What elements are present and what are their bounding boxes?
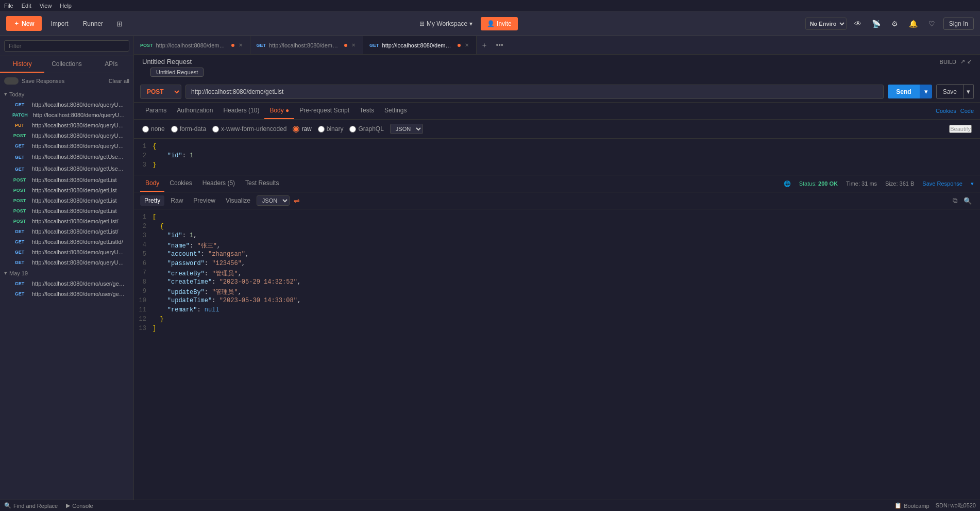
build-expand-icon[interactable]: ↗ bbox=[960, 58, 965, 65]
history-url: http://localhost:8080/demo/getList/ bbox=[32, 218, 119, 224]
list-item[interactable]: GET http://localhost:8080/demo/queryUser… bbox=[0, 100, 133, 110]
option-graphql[interactable]: GraphQL bbox=[349, 125, 383, 133]
sidebar-tab-history[interactable]: History bbox=[0, 56, 44, 73]
tab-body[interactable]: Body ● bbox=[264, 103, 294, 119]
tab-params[interactable]: Params bbox=[140, 103, 172, 119]
list-item[interactable]: POST http://localhost:8080/demo/getList bbox=[0, 185, 133, 195]
menu-file[interactable]: File bbox=[4, 3, 13, 9]
sidebar-tab-apis[interactable]: APIs bbox=[89, 56, 133, 73]
search-input[interactable] bbox=[4, 40, 129, 52]
list-item[interactable]: GET http://localhost:8080/demo/queryUser… bbox=[0, 141, 133, 151]
code-link[interactable]: Code bbox=[960, 108, 974, 114]
tab-pre-request-script[interactable]: Pre-request Script bbox=[294, 103, 354, 119]
list-item[interactable]: POST http://localhost:8080/demo/getList/ bbox=[0, 216, 133, 226]
import-button[interactable]: Import bbox=[46, 17, 74, 30]
method-badge: GET bbox=[10, 281, 29, 287]
close-icon[interactable]: ✕ bbox=[238, 42, 244, 48]
no-environment-select[interactable]: No Environment bbox=[805, 18, 847, 30]
format-raw-button[interactable]: Raw bbox=[166, 195, 187, 206]
list-item[interactable]: GET http://localhost:8080/demo/user/getU… bbox=[0, 278, 133, 289]
chevron-down-icon[interactable]: ▾ bbox=[971, 180, 974, 187]
workspace-button[interactable]: ⊞ My Workspace ▾ bbox=[414, 17, 478, 30]
tab-get-demo-get[interactable]: GET http://localhost:8080/demo/get... ✕ bbox=[250, 36, 364, 54]
list-item[interactable]: GET http://localhost:8080/demo/user/getU… bbox=[0, 289, 133, 299]
toggle-switch[interactable] bbox=[4, 77, 19, 85]
tab-bar: POST http://localhost:8080/demo/g... ✕ G… bbox=[134, 36, 980, 55]
resp-tab-test-results[interactable]: Test Results bbox=[240, 175, 284, 192]
sidebar-tab-collections[interactable]: Collections bbox=[44, 56, 89, 73]
send-dropdown-button[interactable]: ▾ bbox=[920, 85, 932, 98]
method-badge: GET bbox=[10, 102, 29, 108]
url-input[interactable]: http://localhost:8080/demo/getList bbox=[185, 85, 884, 99]
console-button[interactable]: ▶ Console bbox=[66, 502, 93, 509]
add-tab-button[interactable]: ＋ bbox=[477, 36, 492, 54]
tab-settings[interactable]: Settings bbox=[379, 103, 412, 119]
clear-all-button[interactable]: Clear all bbox=[109, 78, 129, 84]
signin-button[interactable]: Sign In bbox=[943, 18, 974, 30]
list-item[interactable]: POST http://localhost:8080/demo/getList bbox=[0, 206, 133, 216]
tab-headers[interactable]: Headers (10) bbox=[218, 103, 264, 119]
layout-icon[interactable]: ⊞ bbox=[112, 17, 127, 31]
new-button[interactable]: ＋ New bbox=[6, 16, 42, 31]
search-icon[interactable]: 🔍 bbox=[961, 195, 974, 206]
format-pretty-button[interactable]: Pretty bbox=[140, 195, 164, 206]
list-item[interactable]: POST http://localhost:8080/demo/queryUse… bbox=[0, 130, 133, 141]
response-json-dropdown[interactable]: JSON bbox=[257, 195, 290, 206]
list-item[interactable]: GET http://localhost:8080/demo/getListId… bbox=[0, 237, 133, 247]
bell-icon[interactable]: 🔔 bbox=[906, 17, 921, 31]
copy-icon[interactable]: ⧉ bbox=[951, 195, 959, 206]
find-replace-button[interactable]: 🔍 Find and Replace bbox=[4, 502, 58, 509]
format-preview-button[interactable]: Preview bbox=[189, 195, 219, 206]
heart-icon[interactable]: ♡ bbox=[925, 17, 939, 31]
list-item[interactable]: GET http://localhost:8080/demo/queryUser… bbox=[0, 257, 133, 268]
list-item[interactable]: GET http://localhost:8080/demo/getList/ bbox=[0, 226, 133, 237]
resp-tab-cookies[interactable]: Cookies bbox=[164, 175, 197, 192]
menu-edit[interactable]: Edit bbox=[22, 3, 31, 9]
request-name-tag[interactable]: Untitled Request bbox=[150, 68, 204, 77]
list-item[interactable]: GET http://localhost:8080/demo/getUserBy… bbox=[0, 163, 133, 175]
request-body-editor[interactable]: 1 { 2 "id": 1 3 } bbox=[134, 139, 980, 175]
list-item[interactable]: POST http://localhost:8080/demo/getList bbox=[0, 175, 133, 185]
method-select[interactable]: POST GET PUT PATCH DELETE bbox=[140, 85, 181, 99]
close-icon[interactable]: ✕ bbox=[350, 42, 357, 48]
resp-tab-body[interactable]: Body bbox=[140, 175, 164, 192]
history-group-may19[interactable]: ▾ May 19 bbox=[0, 268, 133, 278]
option-raw[interactable]: raw bbox=[293, 125, 311, 133]
option-none[interactable]: none bbox=[142, 125, 165, 133]
cookies-link[interactable]: Cookies bbox=[936, 108, 956, 114]
method-badge: PATCH bbox=[10, 112, 30, 118]
option-form-data[interactable]: form-data bbox=[171, 125, 206, 133]
tab-get-demo-qu[interactable]: GET http://localhost:8080/demo/qu... ✕ bbox=[363, 36, 477, 54]
format-visualize-button[interactable]: Visualize bbox=[222, 195, 255, 206]
send-button[interactable]: Send bbox=[888, 85, 919, 98]
beautify-button[interactable]: Beautify bbox=[949, 125, 972, 133]
list-item[interactable]: PATCH http://localhost:8080/demo/queryUs… bbox=[0, 110, 133, 120]
tab-post-demo-g[interactable]: POST http://localhost:8080/demo/g... ✕ bbox=[134, 36, 250, 54]
list-item[interactable]: POST http://localhost:8080/demo/getList bbox=[0, 195, 133, 206]
option-binary[interactable]: binary bbox=[318, 125, 344, 133]
bootcamp-button[interactable]: 📋 Bootcamp bbox=[894, 502, 930, 509]
more-tabs-button[interactable]: ••• bbox=[492, 36, 508, 54]
build-collapse-icon[interactable]: ↙ bbox=[967, 58, 972, 65]
eye-icon[interactable]: 👁 bbox=[851, 17, 865, 31]
list-item[interactable]: GET http://localhost:8080/demo/getUserBy… bbox=[0, 151, 133, 163]
json-format-dropdown[interactable]: JSON bbox=[390, 124, 423, 134]
resp-tab-headers[interactable]: Headers (5) bbox=[197, 175, 240, 192]
satellite-icon[interactable]: 📡 bbox=[869, 17, 884, 31]
list-item[interactable]: GET http://localhost:8080/demo/queryUser… bbox=[0, 247, 133, 257]
close-icon[interactable]: ✕ bbox=[464, 42, 470, 48]
option-urlencoded[interactable]: x-www-form-urlencoded bbox=[212, 125, 286, 133]
invite-button[interactable]: 👤 Invite bbox=[481, 17, 518, 30]
settings-icon[interactable]: ⚙ bbox=[888, 17, 902, 31]
runner-button[interactable]: Runner bbox=[78, 17, 108, 30]
save-response-button[interactable]: Save Response bbox=[922, 180, 962, 187]
save-button[interactable]: Save bbox=[936, 84, 964, 99]
wrap-icon[interactable]: ⇌ bbox=[294, 196, 300, 205]
history-group-today[interactable]: ▾ Today bbox=[0, 89, 133, 100]
save-dropdown-button[interactable]: ▾ bbox=[964, 84, 974, 99]
list-item[interactable]: PUT http://localhost:8080/demo/queryUser… bbox=[0, 120, 133, 130]
menu-view[interactable]: View bbox=[40, 3, 52, 9]
tab-authorization[interactable]: Authorization bbox=[172, 103, 218, 119]
menu-help[interactable]: Help bbox=[60, 3, 72, 9]
tab-tests[interactable]: Tests bbox=[354, 103, 379, 119]
